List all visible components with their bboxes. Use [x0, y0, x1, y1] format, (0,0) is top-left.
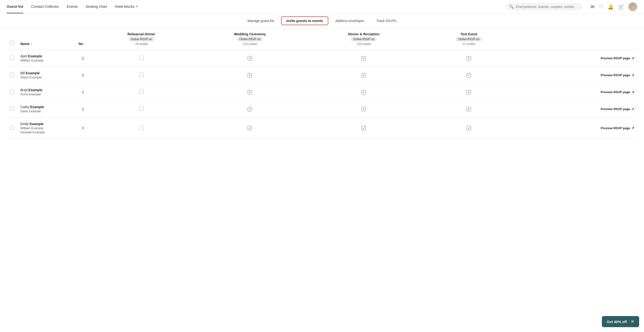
- dinner-checkbox-cell: ✓: [307, 50, 420, 67]
- ceremony-checkbox[interactable]: ✓: [248, 56, 252, 60]
- preview-label: Preview RSVP page: [601, 126, 630, 130]
- rehearsal-checkbox-cell: [90, 118, 192, 139]
- table-row: Brad Example Anna Example 2 ✓ ✓: [7, 84, 637, 101]
- primary-guest-name: Brad Example: [20, 88, 73, 92]
- preview-rsvp-link[interactable]: Preview RSVP page ↗: [520, 90, 634, 94]
- subnav-manage[interactable]: Manage guest list: [242, 17, 279, 25]
- ceremony-invited: 223 invited: [196, 42, 304, 46]
- test-checkbox[interactable]: ✓: [467, 73, 471, 77]
- ceremony-checkbox-cell: ✓: [192, 118, 307, 139]
- partner-guest-name: Anna Example: [20, 92, 73, 96]
- test-invited: 21 invited: [424, 42, 514, 46]
- select-all-checkbox[interactable]: [10, 41, 14, 45]
- test-checkbox[interactable]: ✓: [467, 90, 471, 94]
- row-select-checkbox[interactable]: [10, 90, 14, 94]
- guest-number: 2: [76, 101, 90, 118]
- subnav-address[interactable]: Address envelopes: [330, 17, 369, 25]
- checkmark-icon: ✓: [248, 91, 251, 94]
- avatar[interactable]: [628, 2, 637, 11]
- row-select-checkbox[interactable]: [10, 107, 14, 111]
- checkmark-icon: ✓: [362, 127, 365, 130]
- header-rehearsal: Rehearsal Dinner Online RSVP on 16 invit…: [90, 28, 192, 50]
- rehearsal-checkbox[interactable]: [139, 126, 144, 130]
- checkmark-icon: ✓: [468, 127, 470, 130]
- heart-icon[interactable]: ♡: [599, 4, 603, 10]
- rehearsal-invited: 16 invited: [93, 42, 190, 46]
- test-checkbox-cell: ✓: [420, 67, 517, 84]
- dinner-checkbox[interactable]: ✓: [362, 90, 366, 94]
- top-nav: Guest list Contact Collector Events Seat…: [0, 0, 644, 13]
- rehearsal-checkbox[interactable]: [139, 107, 144, 111]
- mail-icon[interactable]: ✉: [590, 4, 594, 10]
- test-checkbox[interactable]: ✓: [467, 107, 471, 111]
- nav-tab-events[interactable]: Events: [67, 0, 78, 13]
- guest-number: 2: [76, 67, 90, 84]
- preview-cell: Preview RSVP page ↗: [517, 67, 637, 84]
- ceremony-checkbox-cell: ✓: [192, 50, 307, 67]
- header-preview: [517, 28, 637, 50]
- guest-name-cell: Cathy Example Darla Example: [18, 101, 76, 118]
- preview-rsvp-link[interactable]: Preview RSVP page ↗: [520, 107, 634, 111]
- header-ceremony: Wedding Ceremony Online RSVP on 223 invi…: [192, 28, 307, 50]
- search-input[interactable]: [516, 5, 574, 9]
- partner-guest-name: Steph Example: [20, 75, 73, 79]
- row-select-checkbox[interactable]: [10, 73, 14, 77]
- nav-tab-contact-collector[interactable]: Contact Collector: [31, 0, 59, 13]
- preview-rsvp-link[interactable]: Preview RSVP page ↗: [520, 73, 634, 77]
- search-bar[interactable]: 🔍: [505, 3, 583, 11]
- row-checkbox: [7, 101, 18, 118]
- ceremony-checkbox[interactable]: ✓: [248, 107, 252, 111]
- rehearsal-checkbox[interactable]: [139, 73, 144, 77]
- dinner-checkbox[interactable]: ✓: [362, 73, 366, 77]
- ceremony-checkbox[interactable]: ✓: [248, 90, 252, 94]
- nav-tab-hotel-blocks[interactable]: Hotel blocks ↗: [115, 0, 138, 13]
- row-select-checkbox[interactable]: [10, 126, 14, 130]
- rehearsal-checkbox-cell: [90, 101, 192, 118]
- external-icon: ↗: [632, 90, 634, 94]
- preview-rsvp-link[interactable]: Preview RSVP page ↗: [520, 56, 634, 60]
- preview-rsvp-link[interactable]: Preview RSVP page ↗: [520, 126, 634, 130]
- preview-label: Preview RSVP page: [601, 90, 630, 94]
- subnav-invite[interactable]: Invite guests to events: [281, 16, 328, 25]
- dinner-checkbox[interactable]: ✓: [362, 56, 366, 60]
- test-checkbox[interactable]: ✓: [467, 126, 471, 130]
- nav-tabs: Guest list Contact Collector Events Seat…: [7, 0, 498, 13]
- external-link-icon: ↗: [136, 4, 138, 8]
- dinner-checkbox[interactable]: ✓: [362, 126, 366, 130]
- ceremony-checkbox-cell: ✓: [192, 101, 307, 118]
- dinner-checkbox[interactable]: ✓: [362, 107, 366, 111]
- guest-name-cell: Bill Example Steph Example: [18, 67, 76, 84]
- table-row: Cathy Example Darla Example 2 ✓ ✓: [7, 101, 637, 118]
- test-name: Test Event: [424, 32, 514, 36]
- checkmark-icon: ✓: [248, 107, 251, 111]
- partner2-guest-name: Danielle Example: [20, 130, 73, 134]
- primary-guest-lastname: Example: [30, 122, 44, 126]
- checkmark-icon: ✓: [362, 107, 365, 111]
- guest-name-cell: Emily Example William Example Danielle E…: [18, 118, 76, 139]
- dinner-rsvp-badge: Online RSVP on: [351, 37, 377, 41]
- primary-guest-lastname: Example: [30, 105, 44, 109]
- bell-icon[interactable]: 🔔: [608, 4, 614, 10]
- row-checkbox: [7, 84, 18, 101]
- test-checkbox[interactable]: ✓: [467, 56, 471, 60]
- dinner-checkbox-cell: ✓: [307, 84, 420, 101]
- ceremony-checkbox-cell: ✓: [192, 67, 307, 84]
- test-checkbox-cell: ✓: [420, 50, 517, 67]
- nav-tab-seating-chart[interactable]: Seating chart: [86, 0, 107, 13]
- cart-icon[interactable]: 🛒: [618, 4, 624, 10]
- partner-guest-name: William Example: [20, 126, 73, 130]
- guest-number: 3: [76, 118, 90, 139]
- guest-name-cell: Brad Example Anna Example: [18, 84, 76, 101]
- ceremony-checkbox[interactable]: ✓: [248, 73, 252, 77]
- guest-number: 2: [76, 84, 90, 101]
- ceremony-checkbox[interactable]: ✓: [248, 126, 252, 130]
- preview-cell: Preview RSVP page ↗: [517, 84, 637, 101]
- preview-cell: Preview RSVP page ↗: [517, 101, 637, 118]
- rehearsal-checkbox[interactable]: [139, 90, 144, 94]
- preview-label: Preview RSVP page: [601, 56, 630, 60]
- row-select-checkbox[interactable]: [10, 56, 14, 60]
- rehearsal-checkbox[interactable]: [139, 56, 144, 60]
- subnav-track[interactable]: Track RSVPs: [371, 17, 402, 25]
- nav-tab-guest-list[interactable]: Guest list: [7, 0, 23, 13]
- table-header-row: Name ↑ No. Rehearsal Dinner Online RSVP …: [7, 28, 637, 50]
